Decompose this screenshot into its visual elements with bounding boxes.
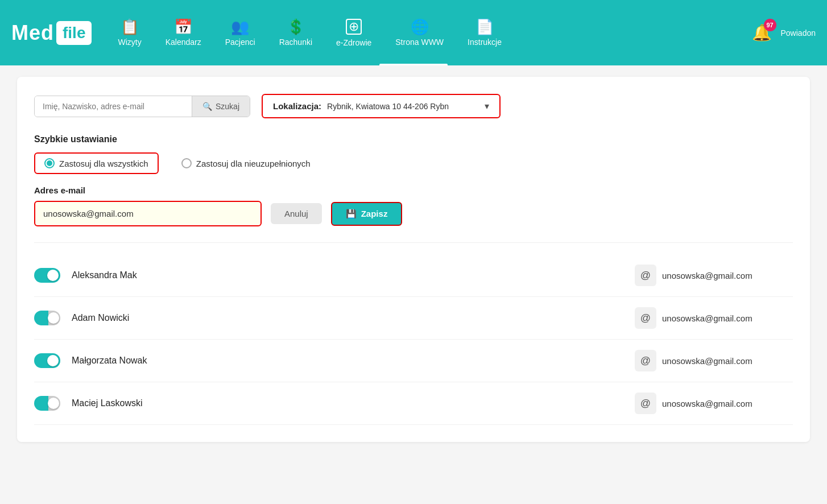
strona-www-icon: 🌐 (411, 19, 429, 34)
toggle-knob (47, 355, 59, 366)
ezdrowie-icon: ⊕ (346, 19, 362, 35)
at-icon: @ (635, 307, 656, 329)
toggle-wrap (34, 396, 60, 411)
patient-email-cell: @unosowska@gmail.com (635, 393, 793, 414)
nav-item-ezdrowie[interactable]: ⊕ e-Zdrowie (327, 13, 381, 53)
email-input[interactable] (34, 201, 262, 226)
search-button[interactable]: 🔍 Szukaj (192, 96, 250, 117)
search-button-label: Szukaj (216, 102, 239, 111)
wizyty-label: Wizyty (118, 38, 141, 47)
patient-row: Adam Nowicki@unosowska@gmail.com (34, 297, 793, 340)
toggle-knob (47, 270, 59, 281)
patient-email-cell: @unosowska@gmail.com (635, 350, 793, 371)
patient-name: Aleksandra Mak (72, 270, 635, 280)
pacjenci-icon: 👥 (231, 19, 249, 34)
nav-item-rachunki[interactable]: 💲 Rachunki (270, 14, 321, 52)
patient-row: Małgorzata Nowak@unosowska@gmail.com (34, 340, 793, 382)
radio-all-label: Zastosuj dla wszystkich (59, 159, 148, 168)
nav-item-pacjenci[interactable]: 👥 Pacjenci (216, 14, 264, 52)
toggle-wrap (34, 311, 60, 325)
save-button[interactable]: 💾 Zapisz (331, 202, 403, 226)
radio-incomplete-circle (181, 158, 192, 168)
lokalizacja-selector[interactable]: Lokalizacja: Rybnik, Kwiatowa 10 44-206 … (262, 94, 501, 118)
radio-incomplete[interactable]: Zastosuj dla nieuzupełnionych (181, 158, 311, 168)
at-icon: @ (635, 350, 656, 371)
save-icon: 💾 (346, 209, 357, 219)
nav-item-instrukcje[interactable]: 📄 Instrukcje (458, 14, 511, 52)
search-input[interactable] (35, 96, 192, 117)
wizyty-icon: 📋 (121, 19, 139, 34)
patient-email-cell: @unosowska@gmail.com (635, 265, 793, 286)
radio-all-circle (44, 158, 55, 168)
radio-all[interactable]: Zastosuj dla wszystkich (34, 152, 159, 174)
divider (34, 242, 793, 243)
patient-list: Aleksandra Mak@unosowska@gmail.comAdam N… (34, 254, 793, 425)
search-input-wrap: 🔍 Szukaj (34, 96, 250, 117)
rachunki-icon: 💲 (287, 19, 305, 34)
lokalizacja-value: Rybnik, Kwiatowa 10 44-206 Rybn (327, 102, 479, 111)
patient-email-value: unosowska@gmail.com (662, 399, 793, 408)
toggle-wrap (34, 353, 60, 368)
notification-bell[interactable]: 🔔 97 (752, 23, 772, 42)
toggle-wrap (34, 268, 60, 283)
toggle-knob (48, 312, 59, 324)
lokalizacja-label: Lokalizacja: (273, 101, 321, 111)
patient-toggle[interactable] (34, 353, 60, 368)
logo-file-text: file (56, 21, 92, 45)
ezdrowie-label: e-Zdrowie (336, 38, 371, 47)
notification-badge: 97 (764, 19, 776, 31)
strona-www-label: Strona WWW (395, 38, 444, 47)
main-content: 🔍 Szukaj Lokalizacja: Rybnik, Kwiatowa 1… (17, 77, 810, 442)
powiadon-label[interactable]: Powiadon (781, 28, 816, 38)
nav-underline (379, 64, 448, 65)
patient-email-value: unosowska@gmail.com (662, 356, 793, 366)
logo[interactable]: Med file (11, 21, 92, 45)
search-icon: 🔍 (202, 102, 212, 111)
instrukcje-icon: 📄 (475, 19, 494, 34)
nav-items: 📋 Wizyty 📅 Kalendarz 👥 Pacjenci 💲 Rachun… (109, 13, 751, 53)
patient-toggle[interactable] (34, 268, 60, 283)
save-button-label: Zapisz (361, 209, 388, 218)
navbar-right: 🔔 97 Powiadon (752, 23, 816, 42)
at-icon: @ (635, 265, 656, 286)
logo-med-text: Med (11, 21, 54, 45)
lokalizacja-chevron-icon: ▾ (485, 101, 489, 111)
patient-row: Aleksandra Mak@unosowska@gmail.com (34, 254, 793, 297)
patient-row: Maciej Laskowski@unosowska@gmail.com (34, 382, 793, 425)
kalendarz-label: Kalendarz (166, 38, 201, 47)
patient-name: Małgorzata Nowak (72, 356, 635, 366)
toggle-knob (48, 398, 59, 409)
patient-email-value: unosowska@gmail.com (662, 313, 793, 323)
instrukcje-label: Instrukcje (468, 38, 502, 47)
patient-toggle[interactable] (34, 396, 60, 411)
nav-item-strona-www[interactable]: 🌐 Strona WWW (386, 14, 453, 52)
email-label: Adres e-mail (34, 185, 793, 195)
kalendarz-icon: 📅 (174, 19, 192, 34)
navbar: Med file 📋 Wizyty 📅 Kalendarz 👥 Pacjenci… (0, 0, 827, 65)
szybkie-ustawianie-title: Szybkie ustawianie (34, 134, 793, 144)
patient-name: Adam Nowicki (72, 313, 635, 323)
rachunki-label: Rachunki (279, 38, 312, 47)
nav-item-wizyty[interactable]: 📋 Wizyty (109, 14, 150, 52)
radio-row: Zastosuj dla wszystkich Zastosuj dla nie… (34, 152, 793, 174)
pacjenci-label: Pacjenci (225, 38, 255, 47)
patient-email-value: unosowska@gmail.com (662, 271, 793, 280)
patient-name: Maciej Laskowski (72, 398, 635, 408)
email-row: Anuluj 💾 Zapisz (34, 201, 793, 226)
patient-email-cell: @unosowska@gmail.com (635, 307, 793, 329)
patient-toggle[interactable] (34, 311, 60, 325)
nav-item-kalendarz[interactable]: 📅 Kalendarz (156, 14, 210, 52)
cancel-button[interactable]: Anuluj (271, 203, 322, 224)
at-icon: @ (635, 393, 656, 414)
search-row: 🔍 Szukaj Lokalizacja: Rybnik, Kwiatowa 1… (34, 94, 793, 118)
radio-incomplete-label: Zastosuj dla nieuzupełnionych (196, 159, 311, 168)
